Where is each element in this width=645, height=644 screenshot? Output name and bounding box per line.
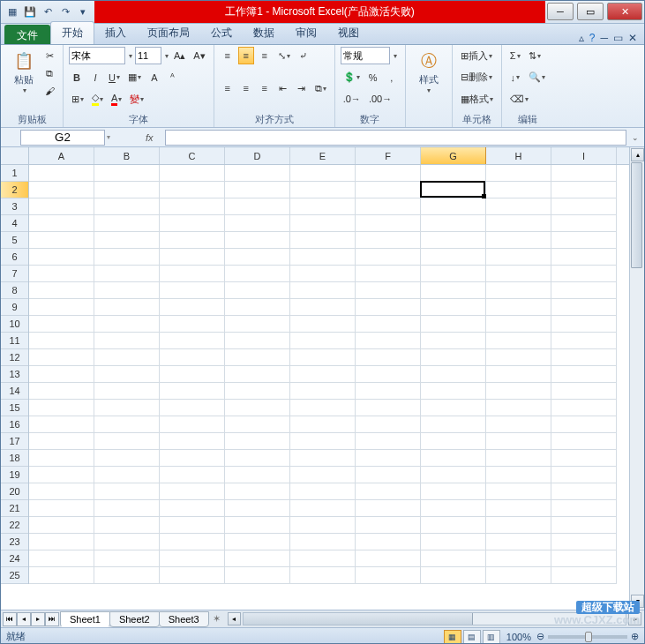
merge-button[interactable]: ⧉▾ bbox=[312, 79, 329, 97]
cell-I15[interactable] bbox=[551, 400, 617, 416]
cell-C9[interactable] bbox=[160, 299, 225, 316]
cell-E24[interactable] bbox=[290, 550, 356, 567]
tab-pagelayout[interactable]: 页面布局 bbox=[137, 22, 200, 44]
tab-review[interactable]: 审阅 bbox=[285, 22, 327, 44]
cell-I10[interactable] bbox=[551, 316, 617, 333]
cell-F25[interactable] bbox=[356, 567, 421, 584]
decrease-indent-button[interactable]: ⇤ bbox=[275, 79, 291, 97]
sheet-tab-3[interactable]: Sheet3 bbox=[159, 611, 209, 627]
cell-G25[interactable] bbox=[421, 567, 486, 584]
cell-A18[interactable] bbox=[29, 450, 94, 467]
help-button[interactable]: ? bbox=[589, 32, 596, 44]
cell-C23[interactable] bbox=[160, 534, 225, 550]
cell-H7[interactable] bbox=[486, 266, 551, 282]
cell-G7[interactable] bbox=[421, 266, 486, 282]
cell-F21[interactable] bbox=[356, 500, 421, 517]
cell-H1[interactable] bbox=[486, 165, 551, 182]
cell-G6[interactable] bbox=[421, 249, 486, 266]
cell-A4[interactable] bbox=[29, 215, 94, 232]
cell-C17[interactable] bbox=[160, 433, 225, 450]
cell-G12[interactable] bbox=[421, 349, 486, 366]
scroll-right-button[interactable]: ▸ bbox=[628, 612, 641, 625]
cell-B23[interactable] bbox=[94, 534, 160, 550]
row-header-22[interactable]: 22 bbox=[1, 517, 28, 534]
cell-F24[interactable] bbox=[356, 550, 421, 567]
cell-F22[interactable] bbox=[356, 517, 421, 534]
cell-I8[interactable] bbox=[551, 282, 617, 299]
row-header-6[interactable]: 6 bbox=[1, 249, 28, 266]
cell-I18[interactable] bbox=[551, 450, 617, 467]
row-header-1[interactable]: 1 bbox=[1, 165, 28, 182]
cell-C13[interactable] bbox=[160, 366, 225, 383]
cell-I4[interactable] bbox=[551, 215, 617, 232]
cell-E25[interactable] bbox=[290, 567, 356, 584]
cell-I9[interactable] bbox=[551, 299, 617, 316]
cell-G1[interactable] bbox=[421, 165, 486, 182]
cell-A14[interactable] bbox=[29, 383, 94, 400]
cell-C6[interactable] bbox=[160, 249, 225, 266]
horizontal-scrollbar[interactable]: ◂ ▸ bbox=[225, 611, 644, 626]
cell-D1[interactable] bbox=[225, 165, 290, 182]
select-all-corner[interactable] bbox=[1, 147, 29, 165]
cell-H23[interactable] bbox=[486, 534, 551, 550]
cell-F10[interactable] bbox=[356, 316, 421, 333]
cell-B7[interactable] bbox=[94, 266, 160, 282]
sort-filter-button[interactable]: ⇅▾ bbox=[526, 47, 544, 64]
cell-I17[interactable] bbox=[551, 433, 617, 450]
grow-font-button[interactable]: A▴ bbox=[171, 47, 188, 64]
zoom-in-button[interactable]: ⊕ bbox=[631, 631, 639, 642]
cell-H2[interactable] bbox=[486, 182, 551, 198]
cell-B2[interactable] bbox=[94, 182, 160, 198]
page-layout-view-button[interactable]: ▤ bbox=[463, 630, 481, 644]
font-size-input[interactable] bbox=[135, 47, 161, 64]
page-break-view-button[interactable]: ▥ bbox=[483, 630, 500, 644]
scroll-up-button[interactable]: ▴ bbox=[631, 148, 644, 161]
sheet-last-button[interactable]: ⏭ bbox=[45, 612, 59, 626]
row-header-10[interactable]: 10 bbox=[1, 316, 28, 333]
zoom-thumb[interactable] bbox=[585, 632, 592, 642]
col-header-B[interactable]: B bbox=[94, 147, 160, 164]
vscroll-thumb[interactable] bbox=[631, 162, 642, 268]
col-header-I[interactable]: I bbox=[551, 147, 617, 164]
underline-button[interactable]: U▾ bbox=[106, 69, 123, 86]
cell-E20[interactable] bbox=[290, 483, 356, 500]
row-header-5[interactable]: 5 bbox=[1, 232, 28, 249]
cell-A16[interactable] bbox=[29, 416, 94, 433]
cell-D12[interactable] bbox=[225, 349, 290, 366]
cell-E14[interactable] bbox=[290, 383, 356, 400]
cell-A21[interactable] bbox=[29, 500, 94, 517]
cell-H3[interactable] bbox=[486, 198, 551, 215]
cell-C11[interactable] bbox=[160, 333, 225, 349]
wrap-text-button[interactable]: ⤶ bbox=[296, 47, 311, 64]
cell-D4[interactable] bbox=[225, 215, 290, 232]
cell-E17[interactable] bbox=[290, 433, 356, 450]
cell-B3[interactable] bbox=[94, 198, 160, 215]
cell-A19[interactable] bbox=[29, 467, 94, 483]
cell-A9[interactable] bbox=[29, 299, 94, 316]
cell-B19[interactable] bbox=[94, 467, 160, 483]
cell-F4[interactable] bbox=[356, 215, 421, 232]
cell-B25[interactable] bbox=[94, 567, 160, 584]
row-header-15[interactable]: 15 bbox=[1, 400, 28, 416]
format-button[interactable]: ▦ 格式▾ bbox=[458, 90, 496, 108]
cell-G5[interactable] bbox=[421, 232, 486, 249]
cell-I25[interactable] bbox=[551, 567, 617, 584]
cell-H5[interactable] bbox=[486, 232, 551, 249]
cell-H17[interactable] bbox=[486, 433, 551, 450]
clear-button[interactable]: ⌫▾ bbox=[507, 90, 531, 108]
cell-A20[interactable] bbox=[29, 483, 94, 500]
cell-C19[interactable] bbox=[160, 467, 225, 483]
row-header-2[interactable]: 2 bbox=[1, 182, 28, 198]
cell-G16[interactable] bbox=[421, 416, 486, 433]
align-left-button[interactable]: ≡ bbox=[220, 79, 236, 97]
cell-G19[interactable] bbox=[421, 467, 486, 483]
minimize-button[interactable]: ─ bbox=[547, 3, 574, 20]
cell-G22[interactable] bbox=[421, 517, 486, 534]
align-center-button[interactable]: ≡ bbox=[238, 79, 254, 97]
cell-I7[interactable] bbox=[551, 266, 617, 282]
cell-C3[interactable] bbox=[160, 198, 225, 215]
currency-button[interactable]: 💲▾ bbox=[341, 69, 363, 86]
cell-D9[interactable] bbox=[225, 299, 290, 316]
cell-D14[interactable] bbox=[225, 383, 290, 400]
row-header-17[interactable]: 17 bbox=[1, 433, 28, 450]
